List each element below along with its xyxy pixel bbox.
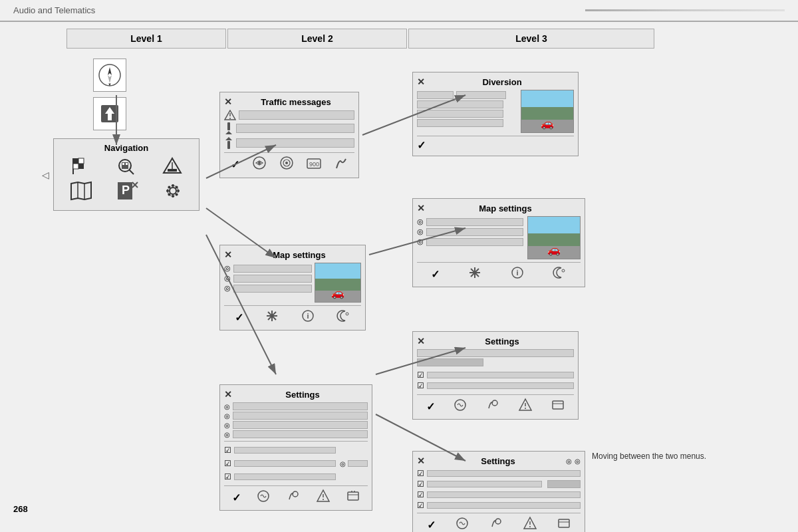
s3a-icon1[interactable] xyxy=(453,398,467,415)
settings-check-l3a[interactable]: ✓ xyxy=(426,400,435,413)
diversion-title: Diversion xyxy=(430,77,574,87)
map-info-l3[interactable]: i xyxy=(511,266,524,282)
div-bar1b xyxy=(456,91,506,99)
map-s-bar3 xyxy=(233,285,312,293)
main-content: Level 1 Level 2 Level 3 ▼ xyxy=(0,22,798,521)
settings-icon1-l2[interactable] xyxy=(256,489,271,506)
svg-point-72 xyxy=(492,400,497,406)
map-s-bar2 xyxy=(233,275,312,283)
settings-icon2-l2[interactable] xyxy=(286,489,301,506)
road-icon xyxy=(162,157,182,178)
settings-check-l2[interactable]: ✓ xyxy=(232,491,241,504)
settings-icon4-l2[interactable] xyxy=(346,489,360,506)
level-2-header: Level 2 xyxy=(227,29,407,49)
map-icon xyxy=(70,181,92,203)
s2-cb1 xyxy=(234,447,336,454)
s2-bar3 xyxy=(233,421,368,429)
diversion-box: ✕ Diversion 🚗 xyxy=(412,72,579,156)
gear-icon xyxy=(163,181,183,203)
settings-title-l3a: Settings xyxy=(430,336,574,346)
svg-marker-19 xyxy=(71,182,91,200)
arrow-icon-box xyxy=(93,97,126,130)
map-settings-close-l3[interactable]: ✕ xyxy=(417,203,425,213)
svg-point-61 xyxy=(323,499,324,500)
settings-footer-l2: ✓ xyxy=(224,485,368,506)
map-s-bar1 xyxy=(233,265,312,273)
svg-point-70 xyxy=(562,269,565,272)
map-settings-box-l2: ✕ Map settings ◎ ◎ ◎ xyxy=(219,245,366,331)
navigation-title: Navigation xyxy=(58,143,195,153)
svg-point-33 xyxy=(176,194,178,196)
svg-point-35 xyxy=(176,186,178,188)
s3a-icon3[interactable] xyxy=(518,398,533,415)
ms3-bar3 xyxy=(426,238,523,246)
s3b-cb3 xyxy=(427,491,581,498)
map-settings-title-l2: Map settings xyxy=(237,250,361,260)
settings-close-l2[interactable]: ✕ xyxy=(224,389,232,400)
header-title: Audio and Telematics xyxy=(13,5,95,15)
s2-bar4 xyxy=(233,430,368,438)
s3b-cb2 xyxy=(427,481,542,487)
ms3-bar2 xyxy=(426,228,523,236)
s3b-icon4[interactable] xyxy=(557,516,571,532)
traffic-msg-bar2 xyxy=(236,124,354,133)
map-check-l3[interactable]: ✓ xyxy=(431,268,440,281)
traffic-messages-title: Traffic messages xyxy=(237,97,354,107)
diversion-check[interactable]: ✓ xyxy=(417,139,426,152)
s2-small-bar xyxy=(348,460,368,467)
svg-text:▼: ▼ xyxy=(108,82,112,86)
traffic-msg-bar1 xyxy=(239,110,354,120)
svg-rect-18 xyxy=(168,169,177,172)
svg-rect-62 xyxy=(348,492,358,500)
s3a-bar1 xyxy=(417,349,574,357)
map-asterisk-l3[interactable] xyxy=(467,265,482,283)
svg-text:i: i xyxy=(307,312,309,320)
map-moon-l3[interactable] xyxy=(552,265,567,283)
map-info-l2[interactable]: i xyxy=(301,309,315,325)
settings-close-l3b[interactable]: ✕ xyxy=(417,456,425,466)
s3a-icon4[interactable] xyxy=(551,398,565,415)
diagram-area: ▼ ◁ Navigation xyxy=(53,52,785,517)
s3b-cb1 xyxy=(427,470,581,477)
svg-point-34 xyxy=(168,194,170,196)
diversion-close[interactable]: ✕ xyxy=(417,76,425,87)
settings-footer-l3b: ✓ xyxy=(417,513,581,532)
settings-footer-l3a: ✓ xyxy=(417,394,574,415)
svg-marker-40 xyxy=(225,131,232,134)
s3a-icon2[interactable] xyxy=(485,398,500,415)
traffic-check[interactable]: ✓ xyxy=(231,158,239,171)
traffic-icon2[interactable] xyxy=(279,156,294,174)
traffic-icon3[interactable]: 900 xyxy=(307,158,321,172)
s3a-cb2 xyxy=(427,382,574,389)
s3b-icon1[interactable] xyxy=(455,516,469,532)
svg-point-30 xyxy=(166,190,169,192)
svg-point-82 xyxy=(529,526,531,527)
map-settings-footer-l3: ✓ i xyxy=(417,262,581,283)
svg-text:i: i xyxy=(516,269,518,277)
svg-point-44 xyxy=(258,162,261,164)
settings-close-l3a[interactable]: ✕ xyxy=(417,336,425,346)
traffic-icon4[interactable] xyxy=(334,156,348,174)
div-bar4 xyxy=(417,119,503,127)
flag-icon xyxy=(70,157,90,178)
settings-box-l3a: ✕ Settings ☑ ☑ xyxy=(412,331,579,420)
svg-rect-15 xyxy=(126,163,128,165)
div-bar2 xyxy=(417,100,503,108)
s3b-icon2[interactable] xyxy=(489,516,503,532)
svg-point-28 xyxy=(172,184,174,187)
map-settings-title-l3: Map settings xyxy=(430,203,581,213)
svg-line-12 xyxy=(129,170,134,174)
traffic-messages-close[interactable]: ✕ xyxy=(224,96,232,107)
map-image-l2: 🚗 xyxy=(315,263,361,303)
traffic-icon1[interactable] xyxy=(252,156,267,174)
annotation: Moving between the two menus. xyxy=(592,451,706,462)
map-check-l2[interactable]: ✓ xyxy=(235,311,243,324)
s3b-icon3[interactable] xyxy=(523,516,537,532)
map-settings-close-l2[interactable]: ✕ xyxy=(224,249,232,260)
settings-check-l3b[interactable]: ✓ xyxy=(427,519,436,531)
map-asterisk-l2[interactable] xyxy=(265,309,279,326)
settings-box-l2: ✕ Settings ◎ ◎ ◎ ◎ ☑ ☑ xyxy=(219,384,372,511)
map-moon-l2[interactable] xyxy=(336,309,350,326)
settings-icon3-l2[interactable] xyxy=(316,489,331,506)
svg-rect-7 xyxy=(73,158,78,164)
